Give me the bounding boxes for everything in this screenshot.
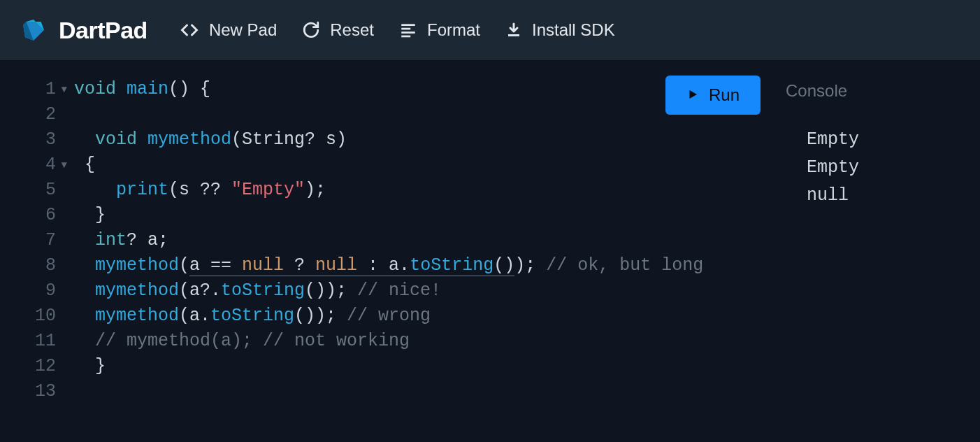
console-line: null (807, 182, 960, 210)
header: DartPad New Pad Reset Format Install SDK (0, 0, 980, 60)
app-name: DartPad (59, 17, 147, 44)
console-title: Console (786, 81, 960, 101)
format-label: Format (427, 20, 480, 40)
fold-icon[interactable]: ▼ (62, 152, 67, 178)
line-number: 7 (13, 228, 59, 253)
svg-rect-3 (401, 36, 410, 38)
format-button[interactable]: Format (399, 20, 480, 40)
run-button[interactable]: Run (665, 76, 761, 115)
line-number: 12 (13, 354, 59, 379)
line-number: 5 (13, 178, 59, 203)
dart-logo-icon (21, 17, 46, 43)
play-icon (686, 85, 699, 105)
code-line: 6 } (13, 203, 772, 228)
code-line: 2 (13, 102, 772, 127)
refresh-icon (302, 21, 320, 39)
code-line: 10 mymethod(a.toString()); // wrong (13, 304, 772, 329)
console-line: Empty (807, 154, 960, 182)
code-line: 1▼ void main() { (13, 77, 772, 102)
run-label: Run (709, 85, 740, 105)
new-pad-label: New Pad (209, 20, 277, 40)
code-line: 4▼ { (13, 152, 772, 178)
line-number: 1▼ (13, 77, 59, 102)
code-line: 3 void mymethod(String? s) (13, 127, 772, 152)
new-pad-button[interactable]: New Pad (180, 20, 277, 40)
code-icon (180, 20, 199, 40)
code-line: 7 int? a; (13, 228, 772, 253)
reset-label: Reset (330, 20, 374, 40)
main-area: Run 1▼ void main() { 2 3 void mymethod(S… (0, 60, 980, 442)
svg-marker-5 (689, 90, 697, 99)
download-icon (505, 22, 522, 38)
code-line: 5 print(s ?? "Empty"); (13, 178, 772, 203)
line-number: 6 (13, 203, 59, 228)
code-line: 11 // mymethod(a); // not working (13, 329, 772, 354)
console-pane: Console Empty Empty null (779, 67, 967, 429)
line-number: 4▼ (13, 152, 59, 178)
code-line: 8 mymethod(a == null ? null : a.toString… (13, 253, 772, 278)
svg-rect-2 (401, 31, 415, 34)
install-sdk-label: Install SDK (532, 20, 615, 40)
console-output: Empty Empty null (786, 126, 960, 210)
line-number: 3 (13, 127, 59, 152)
line-number: 9 (13, 278, 59, 304)
line-number: 8 (13, 253, 59, 278)
logo-area: DartPad (21, 17, 147, 44)
svg-rect-4 (508, 34, 519, 36)
fold-icon[interactable]: ▼ (62, 77, 67, 102)
console-line: Empty (807, 126, 960, 154)
line-number: 11 (13, 329, 59, 354)
line-number: 13 (13, 379, 59, 404)
line-number: 2 (13, 102, 59, 127)
reset-button[interactable]: Reset (302, 20, 374, 40)
code-line: 12 } (13, 354, 772, 379)
svg-rect-1 (401, 28, 410, 30)
code-line: 9 mymethod(a?.toString()); // nice! (13, 278, 772, 304)
svg-rect-0 (401, 24, 415, 26)
line-number: 10 (13, 304, 59, 329)
code-line: 13 (13, 379, 772, 404)
install-sdk-button[interactable]: Install SDK (505, 20, 615, 40)
code-editor[interactable]: Run 1▼ void main() { 2 3 void mymethod(S… (13, 67, 772, 429)
format-icon (399, 21, 417, 39)
